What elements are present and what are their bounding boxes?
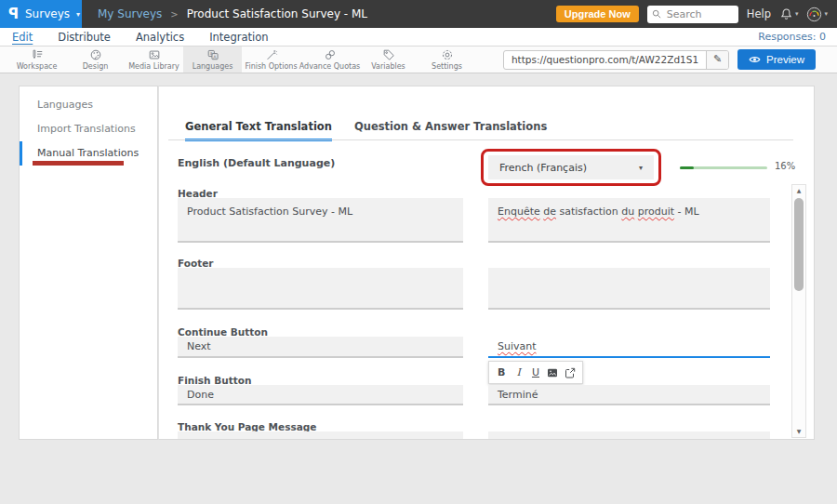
image-icon [547, 367, 558, 378]
search-input[interactable] [665, 7, 730, 21]
main-nav: Edit Distribute Analytics Integration Re… [0, 28, 837, 46]
vertical-scrollbar[interactable]: ▲ ▼ [791, 184, 806, 438]
edit-toolbar: Workspace Design Media Library aA Langua… [0, 46, 837, 73]
translation-progress-fill [680, 166, 694, 169]
field-source-continue-button[interactable]: Next [178, 337, 463, 358]
tabs-divider [168, 139, 793, 140]
questionpro-logo-icon: P [8, 6, 19, 22]
preview-button[interactable]: Preview [737, 49, 816, 70]
breadcrumb: My Surveys > Product Satisfaction Survey… [98, 7, 367, 20]
survey-url-area: https://questionpro.com/t/AW22Zd1S1 ✎ Pr… [503, 46, 837, 73]
bold-button[interactable]: B [495, 367, 509, 378]
eye-icon [749, 55, 761, 64]
upgrade-now-button[interactable]: Upgrade Now [556, 6, 639, 22]
toolbar-media-library-label: Media Library [128, 62, 179, 71]
scrollbar-thumb[interactable] [794, 198, 804, 291]
product-menu-label: Surveys [25, 7, 70, 20]
toolbar-design-label: Design [83, 62, 109, 71]
open-link-button[interactable] [563, 367, 577, 378]
field-target-footer[interactable] [488, 268, 770, 310]
toolbar-variables[interactable]: Variables [359, 46, 418, 73]
chevron-down-icon: ▾ [824, 10, 828, 18]
toolbar-finish-options[interactable]: Finish Options [242, 46, 300, 73]
nav-integration[interactable]: Integration [209, 31, 268, 44]
target-text-continue-button: Suivant [498, 340, 537, 352]
top-bar: P Surveys ▾ My Surveys > Product Satisfa… [0, 0, 837, 28]
toolbar-advance-quotas-label: Advance Quotas [299, 62, 360, 71]
responses-count[interactable]: Responses: 0 [758, 31, 837, 43]
preview-button-label: Preview [766, 54, 804, 65]
toolbar-design[interactable]: Design [66, 46, 125, 73]
field-source-footer[interactable] [178, 268, 463, 310]
chevron-down-icon: ▾ [639, 164, 643, 172]
chevron-down-icon: ▾ [76, 10, 80, 19]
field-target-thank-you-page[interactable] [488, 431, 770, 440]
sidebar-item-import-translations[interactable]: Import Translations [20, 117, 157, 141]
toolbar-workspace[interactable]: Workspace [7, 46, 66, 73]
bell-icon [779, 7, 793, 21]
chevron-down-icon: ▾ [795, 10, 799, 18]
translate-icon: aA [206, 48, 219, 61]
product-menu[interactable]: P Surveys ▾ [0, 0, 82, 28]
toolbar-media-library[interactable]: Media Library [125, 46, 183, 73]
top-bar-actions: Upgrade Now Help ▾ ▾ [556, 6, 837, 23]
scroll-down-icon[interactable]: ▼ [792, 426, 805, 437]
search-icon [652, 9, 661, 19]
translation-progress-bar [680, 166, 767, 169]
toolbar-languages[interactable]: aA Languages [183, 46, 242, 73]
translations-sidebar: Languages Import Translations Manual Tra… [19, 86, 158, 440]
field-target-finish-button[interactable]: Terminé [488, 385, 770, 405]
toolbar-variables-label: Variables [371, 62, 405, 71]
tab-general-text-translation[interactable]: General Text Translation [185, 120, 332, 141]
image-icon [148, 48, 161, 61]
translation-tabs: General Text Translation Question & Answ… [185, 120, 547, 141]
toolbar-languages-label: Languages [193, 62, 233, 71]
workspace-icon [31, 48, 44, 61]
tab-question-answer-translations[interactable]: Question & Answer Translations [354, 120, 547, 141]
field-target-continue-button[interactable]: Suivant [488, 337, 770, 358]
field-source-thank-you-page[interactable] [178, 431, 463, 440]
translation-progress-percent: 16% [775, 161, 795, 171]
field-source-header[interactable]: Product Satisfaction Survey - ML [178, 198, 463, 243]
field-source-finish-button[interactable]: Done [178, 385, 463, 405]
target-text-header: Enquête de satisfaction du produit - ML [498, 206, 699, 218]
format-toolbar: B I U [488, 361, 583, 384]
open-in-new-icon [565, 367, 576, 378]
questionpro-app: P Surveys ▾ My Surveys > Product Satisfa… [0, 0, 837, 504]
toolbar-finish-options-label: Finish Options [245, 62, 297, 71]
breadcrumb-my-surveys[interactable]: My Surveys [98, 7, 162, 20]
manual-translations-panel: General Text Translation Question & Answ… [158, 86, 815, 440]
toolbar-settings[interactable]: Settings [418, 46, 476, 73]
nav-distribute[interactable]: Distribute [58, 31, 111, 44]
page-title: Product Satisfaction Survey - ML [187, 7, 367, 20]
field-target-header[interactable]: Enquête de satisfaction du produit - ML [488, 198, 770, 243]
palette-icon [89, 48, 102, 61]
magic-wand-icon [265, 48, 278, 61]
edit-url-button[interactable]: ✎ [706, 50, 728, 70]
global-search[interactable] [647, 6, 738, 23]
breadcrumb-separator: > [170, 9, 178, 20]
italic-button[interactable]: I [512, 367, 525, 378]
scroll-up-icon[interactable]: ▲ [792, 185, 805, 196]
notifications-menu[interactable]: ▾ [779, 7, 799, 21]
toolbar-workspace-label: Workspace [17, 62, 58, 71]
toolbar-settings-label: Settings [432, 62, 462, 71]
svg-text:a: a [209, 51, 212, 56]
annotation-underline [33, 161, 124, 166]
account-menu[interactable]: ▾ [806, 7, 828, 22]
target-language-dropdown[interactable]: French (Français) ▾ [488, 155, 654, 179]
insert-image-button[interactable] [546, 367, 560, 378]
nav-edit[interactable]: Edit [12, 31, 33, 44]
survey-url[interactable]: https://questionpro.com/t/AW22Zd1S1 [504, 54, 706, 65]
survey-url-box: https://questionpro.com/t/AW22Zd1S1 ✎ [503, 50, 729, 70]
underline-button[interactable]: U [528, 367, 542, 378]
toolbar-advance-quotas[interactable]: Advance Quotas [300, 46, 359, 73]
avatar [806, 7, 822, 22]
target-language-value: French (Français) [499, 162, 587, 174]
sidebar-item-languages[interactable]: Languages [20, 93, 157, 117]
pencil-icon: ✎ [713, 53, 722, 65]
help-link[interactable]: Help [747, 7, 771, 20]
gear-icon [441, 48, 454, 61]
nav-analytics[interactable]: Analytics [136, 31, 184, 44]
source-language-label: English (Default Language) [178, 157, 335, 169]
